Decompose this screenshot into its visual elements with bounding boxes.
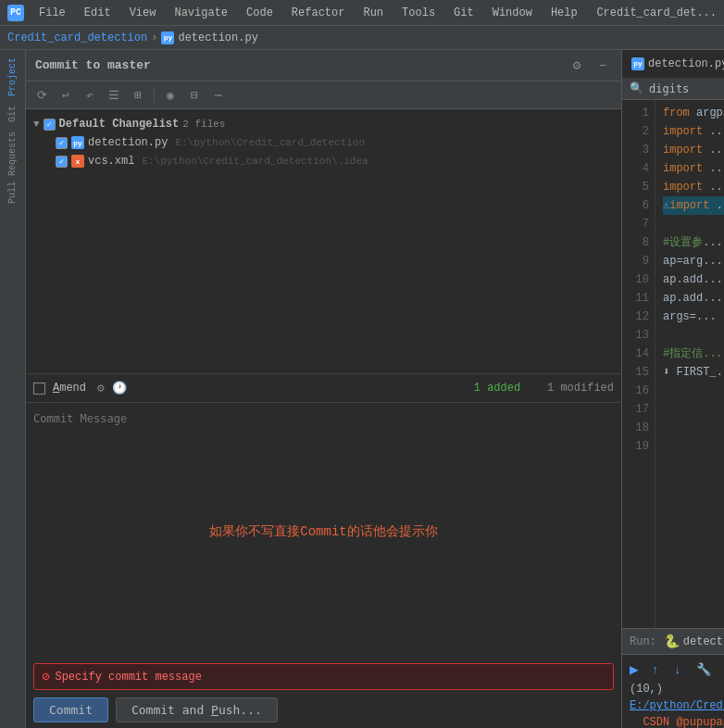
python-icon: py — [71, 136, 84, 149]
code-line: ap=arg... — [663, 252, 724, 270]
commit-button[interactable]: Commit — [33, 697, 108, 722]
amend-bar: Amend ⚙ 🕐 1 added 1 modified — [26, 373, 621, 403]
commit-toolbar: ⟳ ↩ ↶ ☰ ⊞ ◉ ⊟ ⋯ — [26, 82, 621, 109]
more-options-button[interactable]: ⋯ — [208, 85, 229, 106]
run-tab-detection[interactable]: 🐍 detection ✕ — [664, 634, 724, 649]
sidebar-item-pull-requests[interactable]: Pull Requests — [7, 128, 18, 207]
menu-git[interactable]: Git — [450, 5, 478, 21]
file-item-vcs[interactable]: ✓ x vcs.xml E:\python\Credit_card_detect… — [26, 152, 621, 170]
menu-view[interactable]: View — [126, 5, 160, 21]
menu-run[interactable]: Run — [359, 5, 387, 21]
file-path-vcs: E:\python\Credit_card_detection\.idea — [142, 156, 368, 167]
code-line: import ... — [663, 122, 724, 141]
menu-navigate[interactable]: Navigate — [170, 5, 231, 21]
python-file-icon: py — [161, 31, 174, 44]
amend-settings-icon[interactable]: ⚙ — [97, 381, 105, 395]
run-output-line-1: (10,) — [630, 681, 724, 697]
run-label: Run: — [630, 635, 656, 648]
menu-help[interactable]: Help — [547, 5, 581, 21]
sidebar-item-git[interactable]: Git — [7, 102, 18, 126]
left-gutter: Project Git Pull Requests — [0, 50, 26, 728]
breadcrumb: Credit_card_detection › py detection.py — [0, 26, 724, 50]
file-item-detection[interactable]: ✓ py detection.py E:\python\Credit_card_… — [26, 133, 621, 152]
file-checkbox-vcs[interactable]: ✓ — [56, 156, 68, 168]
xml-icon: x — [71, 155, 84, 168]
close-panel-icon[interactable]: − — [593, 56, 612, 75]
code-content: from argparse import * import ... import… — [655, 100, 724, 628]
breadcrumb-file[interactable]: py detection.py — [161, 31, 257, 44]
code-line-highlighted: ⚠import ... — [663, 196, 724, 215]
code-line: ⬇ FIRST_... — [663, 363, 724, 382]
commit-message-area[interactable]: 如果你不写直接Commit的话他会提示你 — [26, 403, 621, 659]
changelist-header[interactable]: ▼ ✓ Default Changelist 2 files — [26, 115, 621, 133]
search-input[interactable] — [649, 82, 723, 95]
code-line: from argparse import * — [663, 104, 724, 122]
commit-message-input[interactable] — [26, 403, 621, 659]
editor-tab-name: detection.py — [648, 57, 724, 70]
breadcrumb-separator: › — [151, 31, 157, 44]
sidebar-item-project[interactable]: Project — [7, 54, 18, 100]
run-scroll-down-button[interactable]: ↓ — [674, 660, 693, 679]
code-line — [663, 400, 724, 419]
amend-checkbox[interactable] — [33, 383, 45, 395]
run-controls: ▶ ↑ ↓ 🔧 — [630, 659, 724, 681]
toolbar-separator — [154, 88, 155, 103]
search-icon: 🔍 — [630, 82, 643, 95]
filter-button[interactable]: ⊟ — [184, 85, 205, 106]
run-tab-name: detection — [683, 635, 724, 648]
panel-header: Commit to master ⚙ − — [26, 50, 621, 82]
code-line: ap.add... — [663, 270, 724, 289]
file-tree: ▼ ✓ Default Changelist 2 files ✓ py dete… — [26, 109, 621, 373]
editor-panel: py detection.py 🔍 12345 678910 111213141… — [622, 50, 724, 728]
amend-history-icon[interactable]: 🕐 — [112, 381, 127, 395]
added-count: 1 added — [474, 382, 520, 395]
code-line — [663, 382, 724, 400]
changelist-name: Default Changelist — [59, 118, 180, 131]
run-wrench-button[interactable]: 🔧 — [696, 660, 715, 679]
menu-bar: PC File Edit View Navigate Code Refactor… — [0, 0, 724, 26]
code-line: ap.add... — [663, 289, 724, 308]
run-output-link[interactable]: E:/python/Credit_card_detection/detectio… — [630, 699, 724, 712]
editor-tab-bar: py detection.py — [622, 50, 724, 78]
file-checkbox-detection[interactable]: ✓ — [56, 137, 68, 149]
menu-code[interactable]: Code — [243, 5, 277, 21]
expand-button[interactable]: ⊞ — [128, 85, 148, 106]
code-line: args=... — [663, 308, 724, 326]
window-title: Credit_card_det... — [596, 6, 717, 19]
menu-file[interactable]: File — [35, 5, 69, 21]
code-view: 12345 678910 1112131415 16171819 from ar… — [622, 100, 724, 628]
main-layout: Project Git Pull Requests Commit to mast… — [0, 50, 724, 728]
menu-window[interactable]: Window — [489, 5, 536, 21]
show-diff-button[interactable]: ☰ — [104, 85, 124, 106]
code-line: #设置参... — [663, 233, 724, 252]
menu-tools[interactable]: Tools — [398, 5, 439, 21]
toggle-view-button[interactable]: ◉ — [160, 85, 181, 106]
menu-refactor[interactable]: Refactor — [288, 5, 349, 21]
undo-button[interactable]: ↩ — [56, 85, 76, 106]
chevron-down-icon: ▼ — [33, 119, 40, 130]
file-path-detection: E:\python\Credit_card_detection — [175, 137, 365, 148]
editor-tab-detection[interactable]: py detection.py — [622, 50, 724, 78]
breadcrumb-project[interactable]: Credit_card_detection — [7, 31, 147, 44]
file-name-detection: detection.py — [88, 136, 168, 149]
code-line: import ... — [663, 141, 724, 159]
commit-and-push-button[interactable]: Commit and Push... — [116, 697, 278, 722]
commit-push-label: Commit and Push... — [131, 703, 262, 717]
refresh-button[interactable]: ⟳ — [31, 85, 52, 106]
changelist-checkbox[interactable]: ✓ — [44, 119, 56, 131]
settings-icon[interactable]: ⚙ — [568, 56, 586, 75]
rollback-button[interactable]: ↶ — [80, 85, 100, 106]
run-play-button[interactable]: ▶ — [630, 660, 648, 679]
code-line: import ... — [663, 178, 724, 196]
breadcrumb-filename: detection.py — [178, 31, 257, 44]
changelist-count: 2 files — [182, 119, 225, 130]
run-output: ▶ ↑ ↓ 🔧 (10,) E:/python/Credit_card_dete… — [622, 654, 724, 728]
run-scroll-up-button[interactable]: ↑ — [652, 660, 670, 679]
code-line: #指定信... — [663, 345, 724, 363]
run-output-line-2: E:/python/Credit_card_detection/detectio… — [630, 697, 724, 728]
code-line — [663, 437, 724, 456]
code-line — [663, 326, 724, 345]
run-bar: Run: 🐍 detection ✕ — [622, 628, 724, 654]
menu-edit[interactable]: Edit — [81, 5, 115, 21]
app-logo: PC — [7, 5, 24, 21]
